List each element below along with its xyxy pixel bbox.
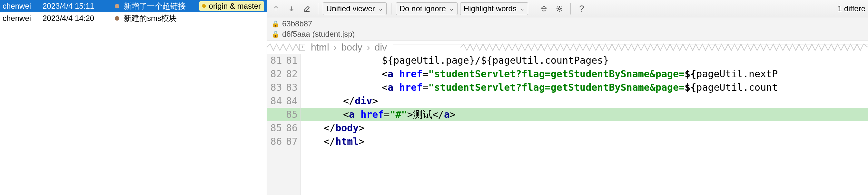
- code-token: ${pageUtil.countPages}: [481, 54, 609, 67]
- code-token: pageUtil.count: [696, 81, 778, 94]
- breadcrumb-segment[interactable]: body: [341, 42, 363, 53]
- code-token: pageUtil.nextP: [696, 67, 778, 81]
- code-token: "studentServlet?flag=getStudentBySname&p…: [429, 81, 685, 94]
- commit-row[interactable]: chenwei2023/4/4 14:20新建的sms模块: [0, 12, 267, 25]
- code-token: >: [359, 135, 364, 148]
- gutter-row: 8181: [267, 54, 300, 67]
- commit-node-icon: [115, 16, 119, 21]
- prev-diff-button[interactable]: [270, 2, 282, 15]
- old-line-number: 83: [270, 81, 282, 94]
- code-line[interactable]: </div>: [301, 94, 868, 108]
- base-revision: 🔒 63b8b87: [272, 19, 864, 29]
- code-token: a: [388, 81, 399, 94]
- breadcrumb-segment[interactable]: div: [375, 42, 387, 53]
- line-gutter: 81818282838384848585868687: [267, 54, 301, 195]
- svg-point-1: [558, 8, 560, 10]
- code-token: <: [343, 108, 349, 121]
- code-token: 测试: [413, 108, 432, 121]
- edit-button[interactable]: [301, 2, 313, 15]
- code-token: <: [382, 81, 388, 94]
- code-token: href: [399, 81, 423, 94]
- old-line-number: 84: [270, 94, 282, 108]
- code-token: >: [359, 121, 364, 135]
- new-line-number: 81: [285, 54, 298, 67]
- code-token: =: [423, 67, 428, 81]
- breadcrumb-separator: ›: [367, 42, 370, 53]
- branch-tag-label: origin & master: [209, 2, 261, 11]
- code-token: =: [384, 108, 390, 121]
- code-lines[interactable]: ${pageUtil.page}/${pageUtil.countPages}<…: [301, 54, 868, 195]
- commit-author: chenwei: [3, 14, 38, 23]
- settings-button[interactable]: [553, 2, 566, 15]
- code-area: 81818282838384848585868687 ${pageUtil.pa…: [267, 54, 868, 195]
- code-line[interactable]: </body>: [301, 121, 868, 135]
- code-token: </: [324, 135, 335, 148]
- code-line[interactable]: <a href="studentServlet?flag=getStudentB…: [301, 67, 868, 81]
- next-diff-button[interactable]: [285, 2, 298, 15]
- expand-fold-button[interactable]: +: [299, 44, 306, 50]
- code-token: body: [335, 121, 359, 135]
- code-token: <: [382, 67, 388, 81]
- code-token: /: [475, 54, 481, 67]
- highlight-label: Highlight words: [464, 4, 517, 13]
- chevron-down-icon: ⌄: [378, 5, 383, 12]
- breadcrumb[interactable]: html›body›div: [305, 41, 393, 54]
- viewer-mode-dropdown[interactable]: Unified viewer ⌄: [323, 2, 386, 15]
- old-line-number: 81: [270, 54, 282, 67]
- code-line[interactable]: <a href="#">测试</a>: [301, 108, 868, 121]
- code-token: a: [388, 67, 399, 81]
- head-revision: 🔒 d6f5aaa (student.jsp): [272, 29, 864, 39]
- code-token: =: [423, 81, 428, 94]
- code-token: >: [450, 108, 456, 121]
- commit-message: 新建的sms模块: [124, 13, 177, 24]
- difference-count: 1 differe: [838, 4, 865, 13]
- gutter-row: 8687: [267, 135, 300, 148]
- new-line-number: 83: [285, 81, 298, 94]
- help-button[interactable]: ?: [575, 2, 588, 15]
- highlight-dropdown[interactable]: Highlight words ⌄: [460, 2, 528, 15]
- tag-icon: [201, 3, 207, 9]
- commit-date: 2023/4/4 15:11: [42, 2, 110, 11]
- commit-author: chenwei: [3, 2, 38, 11]
- gutter-row: 85: [267, 108, 300, 121]
- breadcrumb-row: + html›body›div: [267, 41, 868, 54]
- base-revision-hash: 63b8b87: [282, 19, 312, 28]
- commit-row[interactable]: chenwei2023/4/4 15:11新增了一个超链接origin & ma…: [0, 0, 267, 12]
- commit-date: 2023/4/4 14:20: [42, 14, 110, 23]
- code-token: >: [372, 94, 378, 108]
- code-token: ${: [685, 81, 696, 94]
- diff-panel: Unified viewer ⌄ Do not ignore ⌄ Highlig…: [267, 0, 868, 195]
- code-token: href: [361, 108, 384, 121]
- code-token: div: [355, 94, 372, 108]
- lock-icon: 🔒: [272, 30, 280, 38]
- gutter-row: 8484: [267, 94, 300, 108]
- code-token: ${pageUtil.page}: [382, 54, 475, 67]
- code-token: a: [444, 108, 450, 121]
- code-line[interactable]: <a href="studentServlet?flag=getStudentB…: [301, 81, 868, 94]
- collapse-unchanged-button[interactable]: [537, 2, 550, 15]
- code-token: >: [407, 108, 413, 121]
- code-token: </: [324, 121, 335, 135]
- gutter-row: 8282: [267, 67, 300, 81]
- code-line[interactable]: ${pageUtil.page}/${pageUtil.countPages}: [301, 54, 868, 67]
- new-line-number: 85: [285, 108, 298, 121]
- svg-point-0: [202, 4, 203, 5]
- breadcrumb-separator: ›: [334, 42, 337, 53]
- code-token: </: [343, 94, 355, 108]
- whitespace-label: Do not ignore: [400, 4, 446, 13]
- gutter-row: 8383: [267, 81, 300, 94]
- breadcrumb-segment[interactable]: html: [311, 42, 329, 53]
- branch-tag[interactable]: origin & master: [199, 1, 264, 11]
- new-line-number: 82: [285, 67, 298, 81]
- commit-message: 新增了一个超链接: [124, 1, 186, 11]
- code-token: "#": [390, 108, 407, 121]
- old-line-number: 86: [270, 135, 282, 148]
- code-token: href: [399, 67, 423, 81]
- new-line-number: 86: [285, 121, 298, 135]
- old-line-number: 85: [270, 121, 282, 135]
- chevron-down-icon: ⌄: [449, 5, 454, 12]
- whitespace-dropdown[interactable]: Do not ignore ⌄: [396, 2, 458, 15]
- code-line[interactable]: </html>: [301, 135, 868, 148]
- code-token: ${: [685, 67, 696, 81]
- new-line-number: 87: [285, 135, 298, 148]
